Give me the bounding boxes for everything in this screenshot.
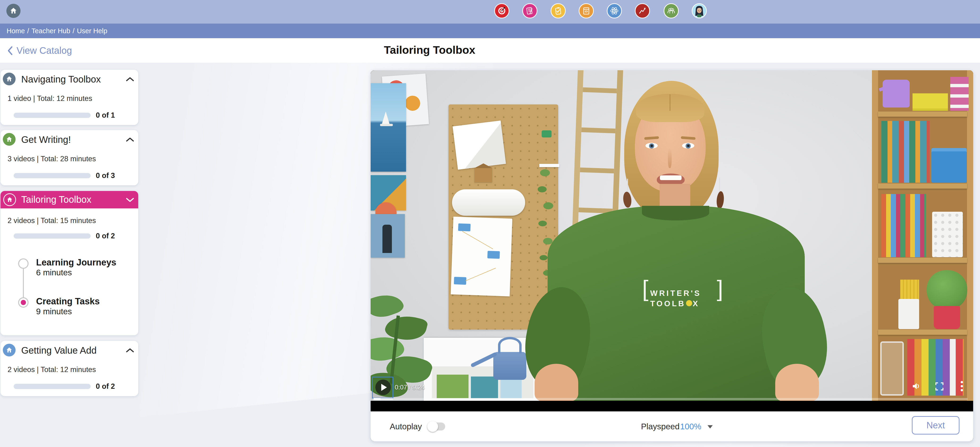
section-progress-bar: [14, 384, 91, 389]
view-catalog-link[interactable]: View Catalog: [7, 45, 72, 56]
playspeed-dropdown-caret[interactable]: [708, 425, 713, 428]
playspeed-value[interactable]: 100%: [680, 422, 702, 431]
section-title: Tailoring Toolbox: [21, 194, 91, 205]
video-player[interactable]: [ WRITER'S TOOLBX ]: [371, 70, 973, 411]
target-icon[interactable]: [494, 3, 509, 18]
chevron-left-icon: [7, 46, 13, 56]
watering-can: [484, 345, 529, 380]
course-section-card[interactable]: Getting Value Add 2 videos | Total: 12 m…: [0, 341, 138, 396]
section-title: Get Writing!: [21, 135, 71, 145]
groups-icon[interactable]: [663, 3, 679, 18]
toggle-knob: [427, 421, 438, 432]
section-progress-label: 0 of 3: [96, 171, 115, 180]
section-progress-bar: [14, 173, 91, 178]
active-section-header[interactable]: Tailoring Toolbox: [0, 191, 138, 208]
section-home-icon: [3, 133, 16, 146]
course-section-card-active[interactable]: Tailoring Toolbox 2 videos | Total: 15 m…: [0, 191, 138, 335]
mute-button[interactable]: [910, 381, 921, 392]
seek-progress: [374, 398, 380, 400]
video-time-display: 0:07 / 9:24: [395, 384, 425, 391]
video-frame: [ WRITER'S TOOLBX ]: [371, 70, 973, 401]
section-home-icon: [3, 193, 16, 206]
progress-icon[interactable]: [635, 3, 650, 18]
section-progress-bar: [14, 233, 91, 239]
shirt-logo: [ WRITER'S TOOLBX ]: [650, 285, 723, 318]
section-meta: 1 video | Total: 12 minutes: [8, 94, 92, 103]
section-progress-label: 0 of 1: [96, 111, 115, 119]
lesson-title[interactable]: Learning Journeys: [36, 257, 116, 268]
course-section-card[interactable]: Get Writing! 3 videos | Total: 28 minute…: [0, 130, 138, 185]
lesson-title[interactable]: Creating Tasks: [36, 296, 100, 306]
wall-photo-person: [371, 214, 405, 258]
chevron-up-icon[interactable]: [126, 137, 134, 142]
more-options-icon[interactable]: [961, 380, 963, 392]
archive-icon[interactable]: [579, 3, 594, 18]
breadcrumb-separator: /: [27, 27, 29, 35]
breadcrumb-user-help[interactable]: User Help: [77, 27, 107, 35]
section-progress-label: 0 of 2: [96, 382, 115, 391]
player-action-bar: Autoplay Playspeed 100% Next: [371, 411, 973, 441]
title-strip: View Catalog Tailoring Toolbox: [0, 38, 980, 63]
lesson-duration: 9 minutes: [36, 307, 72, 316]
fullscreen-button[interactable]: [935, 382, 944, 391]
section-title: Getting Value Add: [21, 345, 97, 356]
course-section-card[interactable]: Navigating Toolbox 1 video | Total: 12 m…: [0, 70, 138, 125]
section-progress-label: 0 of 2: [96, 232, 115, 240]
breadcrumb-home[interactable]: Home: [6, 27, 25, 35]
lesson-radio-selected[interactable]: [18, 297, 29, 308]
science-icon[interactable]: [607, 3, 622, 18]
home-icon: [10, 7, 18, 15]
top-app-bar: [0, 0, 980, 24]
next-button[interactable]: Next: [912, 416, 959, 434]
avatar[interactable]: [692, 3, 707, 18]
lesson-radio-unselected[interactable]: [18, 258, 29, 269]
presenter: [ WRITER'S TOOLBX ]: [525, 77, 827, 401]
wall-photo-sailboat: [371, 83, 406, 172]
video-seek-bar[interactable]: [374, 398, 967, 400]
autoplay-label: Autoplay: [390, 422, 422, 431]
chevron-up-icon[interactable]: [126, 77, 134, 82]
checklist-icon[interactable]: [550, 3, 566, 18]
home-button[interactable]: [6, 4, 21, 18]
breadcrumb: Home / Teacher Hub / User Help: [0, 24, 980, 38]
bookshelf: [872, 70, 973, 401]
section-meta: 3 videos | Total: 28 minutes: [8, 155, 96, 163]
chevron-up-icon[interactable]: [126, 348, 134, 353]
chevron-down-icon[interactable]: [126, 198, 134, 202]
stepper-connector: [23, 269, 24, 298]
play-button[interactable]: [375, 380, 391, 395]
page-title: Tailoring Toolbox: [384, 43, 475, 56]
video-player-card: [ WRITER'S TOOLBX ]: [371, 70, 973, 441]
section-meta: 2 videos | Total: 12 minutes: [8, 365, 96, 374]
section-meta: 2 videos | Total: 15 minutes: [8, 216, 96, 225]
breadcrumb-teacher-hub[interactable]: Teacher Hub: [31, 27, 70, 35]
playspeed-label: Playspeed: [641, 422, 679, 431]
section-progress-bar: [14, 113, 91, 118]
section-home-icon: [3, 73, 16, 86]
breadcrumb-separator: /: [73, 27, 75, 35]
section-title: Navigating Toolbox: [21, 74, 101, 85]
lesson-duration: 6 minutes: [36, 268, 72, 277]
section-home-icon: [3, 344, 16, 357]
autoplay-toggle[interactable]: [428, 422, 445, 431]
writing-icon[interactable]: [522, 3, 538, 18]
play-icon: [381, 384, 387, 391]
logo-yellow-dot: [686, 300, 692, 306]
